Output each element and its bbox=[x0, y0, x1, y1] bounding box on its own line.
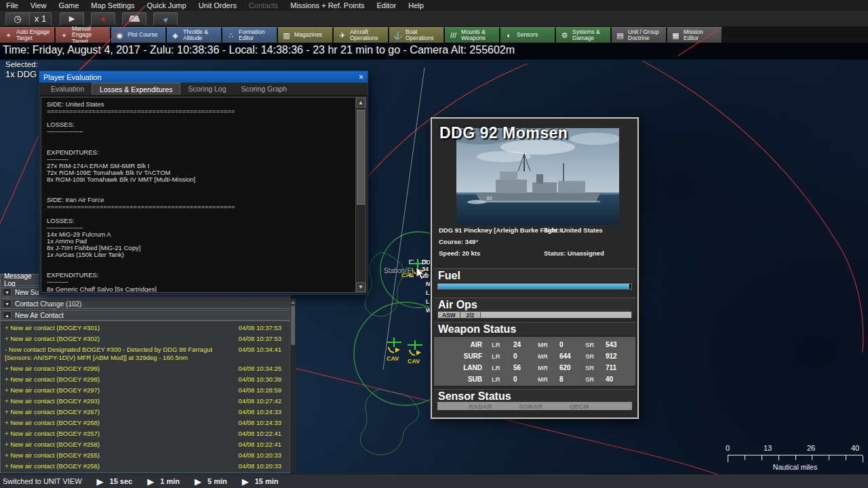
message-row[interactable]: + New air contact (BOGEY #267)04/08 10:2… bbox=[1, 407, 290, 418]
menu-item-help[interactable]: Help bbox=[402, 0, 430, 11]
speed-preset-5-min[interactable]: 5 min bbox=[208, 477, 227, 485]
message-timestamp: 04/08 10:34:25 bbox=[234, 365, 281, 373]
scrollbar-thumb[interactable] bbox=[357, 110, 365, 205]
unit-speed: Speed: 20 kts bbox=[439, 249, 480, 257]
play-icon[interactable]: ▶ bbox=[242, 476, 249, 487]
message-timestamp: 04/08 10:27:42 bbox=[234, 397, 281, 405]
message-text: + New air contact (BOGEY #297) bbox=[5, 386, 234, 394]
menu-item-view[interactable]: View bbox=[24, 0, 53, 11]
unit-symbol-cav-b[interactable]: CAV bbox=[387, 338, 401, 362]
formation-editor-button[interactable]: ∴FormationEditor bbox=[222, 27, 278, 43]
datablock-fragment: 34 bbox=[422, 266, 429, 272]
unit-label: CAV bbox=[408, 358, 420, 365]
close-icon[interactable]: × bbox=[359, 73, 363, 81]
message-timestamp: 04/08 10:28:59 bbox=[234, 386, 281, 394]
scroll-up-icon[interactable]: ▲ bbox=[290, 299, 296, 305]
boat-operations-button[interactable]: ⚓BoatOperations bbox=[389, 27, 445, 43]
auto-engage-target-button[interactable]: ⌖Auto EngageTarget bbox=[0, 27, 56, 43]
map-scale: 0 13 26 40 Nautical miles bbox=[721, 444, 863, 474]
unit-group-doctrine-button[interactable]: ▤Unit / GroupDoctrine bbox=[612, 27, 667, 43]
message-timestamp: 04/08 10:34:41 bbox=[234, 346, 281, 354]
unit-symbol-cav-c[interactable]: CAV bbox=[408, 340, 422, 365]
time-compression-group: ◷ x 1 bbox=[5, 12, 52, 26]
play-button[interactable]: ▶ bbox=[60, 12, 84, 26]
window-titlebar[interactable]: Player Evaluation × bbox=[39, 71, 368, 83]
aircraft-operations-button[interactable]: ✈AircraftOperations bbox=[334, 27, 389, 43]
menu-item-game[interactable]: Game bbox=[52, 0, 85, 11]
manual-engage-target-icon: ⌖ bbox=[59, 32, 69, 39]
message-timestamp: 04/08 10:30:39 bbox=[234, 375, 281, 384]
weapon-category: SUB bbox=[434, 375, 492, 383]
message-row[interactable]: + New air contact (BOGEY #268)04/08 10:2… bbox=[1, 418, 290, 428]
tab-losses-expenditures[interactable]: Losses & Expenditures bbox=[92, 83, 180, 95]
menu-item-map-settings[interactable]: Map Settings bbox=[85, 0, 140, 11]
scrollbar-thumb[interactable] bbox=[291, 306, 295, 345]
message-row[interactable]: + New air contact (BOGEY #302)04/08 10:3… bbox=[1, 333, 290, 344]
message-row[interactable]: + New air contact (BOGEY #256)04/08 10:2… bbox=[1, 461, 290, 472]
play-icon[interactable]: ▶ bbox=[97, 476, 104, 487]
message-text: + New air contact (BOGEY #257) bbox=[5, 430, 234, 438]
menu-item-editor[interactable]: Editor bbox=[370, 0, 402, 11]
message-row[interactable]: + New air contact (BOGEY #257)04/08 10:2… bbox=[1, 428, 290, 439]
message-row[interactable]: + New air contact (BOGEY #258)04/08 10:2… bbox=[1, 439, 290, 450]
magazines-button[interactable]: ▥Magazines bbox=[278, 27, 334, 43]
mission-editor-button[interactable]: ▦MissionEditor bbox=[667, 27, 723, 43]
message-row[interactable]: + New air contact (BOGEY #299)04/08 10:3… bbox=[1, 363, 290, 374]
collapse-icon[interactable]: ▲ bbox=[3, 311, 12, 319]
message-timestamp: 04/08 10:20:33 bbox=[234, 462, 281, 470]
message-log-scrollbar[interactable]: ▲ bbox=[290, 299, 296, 472]
message-row[interactable]: - New contact! Designated BOGEY #300 - D… bbox=[1, 344, 290, 363]
sensors-button[interactable]: ◐Sensors bbox=[500, 27, 556, 43]
message-text: + New air contact (BOGEY #267) bbox=[5, 408, 234, 416]
group-contact-change[interactable]: ▼ Contact Change (102) bbox=[0, 298, 290, 309]
play-icon[interactable]: ▶ bbox=[195, 476, 201, 487]
menu-item-quick-jump[interactable]: Quick Jump bbox=[141, 0, 193, 11]
formation-editor-icon: ∴ bbox=[226, 32, 236, 39]
range-col-label: LR bbox=[492, 341, 513, 348]
tab-scoring-log[interactable]: Scoring Log bbox=[180, 83, 233, 95]
losses-expenditures-content: SIDE: United States ====================… bbox=[41, 97, 366, 293]
speed-preset-15-sec[interactable]: 15 sec bbox=[110, 477, 133, 485]
menu-items: FileViewGameMap SettingsQuick JumpUnit O… bbox=[0, 0, 430, 11]
record-button[interactable]: ● bbox=[91, 12, 115, 26]
tab-scoring-graph[interactable]: Scoring Graph bbox=[234, 83, 295, 95]
tab-evaluation[interactable]: Evaluation bbox=[43, 83, 92, 95]
clock-button[interactable]: ◷ bbox=[5, 12, 30, 26]
button-label: FormationEditor bbox=[239, 29, 264, 42]
plot-course-button[interactable]: ◉Plot Course bbox=[111, 27, 167, 43]
sensors-icon: ◐ bbox=[504, 32, 514, 39]
speed-preset-1-min[interactable]: 1 min bbox=[160, 477, 180, 485]
message-row[interactable]: + New air contact (BOGEY #255)04/08 10:2… bbox=[1, 450, 290, 461]
message-row[interactable]: + New air contact (BOGEY #297)04/08 10:2… bbox=[1, 385, 290, 396]
scroll-up-icon[interactable]: ▲ bbox=[356, 98, 366, 108]
speed-preset-15-min[interactable]: 15 min bbox=[255, 477, 279, 485]
pointer-button[interactable]: ► bbox=[153, 12, 178, 26]
evaluation-scrollbar[interactable]: ▲ ▼ bbox=[355, 98, 366, 292]
range-pad-button[interactable] bbox=[122, 12, 146, 26]
systems-damage-button[interactable]: ⚙Systems &Damage bbox=[556, 27, 612, 43]
message-timestamp: 04/08 10:24:33 bbox=[234, 408, 281, 416]
evaluation-tabs: Evaluation Losses & Expenditures Scoring… bbox=[39, 83, 368, 96]
menu-item-file[interactable]: File bbox=[0, 0, 24, 11]
message-text: + New air contact (BOGEY #301) bbox=[5, 324, 234, 332]
scroll-down-icon[interactable]: ▼ bbox=[356, 282, 366, 292]
menu-item-missions-ref-points[interactable]: Missions + Ref. Points bbox=[284, 0, 370, 11]
group-new-air-contact[interactable]: ▲ New Air Contact bbox=[0, 310, 290, 321]
message-row[interactable]: + New air contact (BOGEY #298)04/08 10:3… bbox=[1, 374, 290, 385]
collapse-icon[interactable]: ▼ bbox=[3, 288, 12, 296]
mounts-weapons-button[interactable]: ///Mounts &Weapons bbox=[445, 27, 500, 43]
weapon-count: 711 bbox=[606, 364, 633, 371]
throttle-altitude-button[interactable]: ◈Throttle &Altitude bbox=[167, 27, 222, 43]
sensor-status-header: Sensor Status bbox=[434, 389, 635, 403]
button-label: Sensors bbox=[517, 32, 538, 39]
message-log-tab[interactable]: Message Log bbox=[0, 274, 42, 286]
button-label: Plot Course bbox=[127, 32, 157, 39]
collapse-icon[interactable]: ▼ bbox=[3, 300, 12, 308]
play-icon[interactable]: ▶ bbox=[147, 476, 154, 487]
message-row[interactable]: + New air contact (BOGEY #301)04/08 10:3… bbox=[1, 323, 290, 333]
message-row[interactable]: + New air contact (BOGEY #293)04/08 10:2… bbox=[1, 396, 290, 407]
datablock-fragment: DD bbox=[422, 259, 431, 266]
auto-engage-target-icon: ⌖ bbox=[3, 32, 14, 39]
manual-engage-target-button[interactable]: ⌖ManualEngage Target bbox=[56, 27, 111, 43]
menu-item-unit-orders[interactable]: Unit Orders bbox=[193, 0, 243, 11]
